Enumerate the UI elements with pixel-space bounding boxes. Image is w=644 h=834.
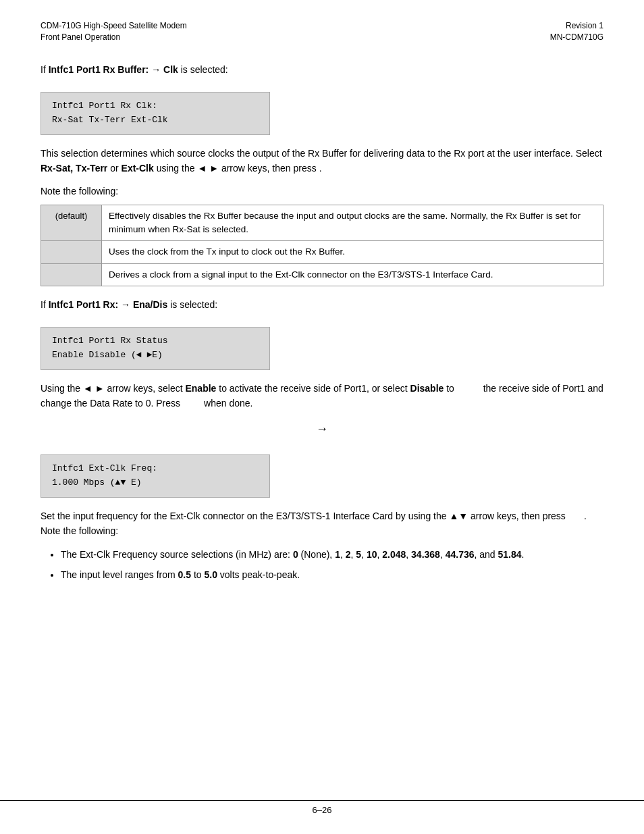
header-title-line2: Front Panel Operation [41, 32, 187, 43]
code-box-3: Intfc1 Ext-Clk Freq: 1.000 Mbps (▲▼ E) [41, 448, 603, 509]
para1-suffix: . [319, 163, 322, 174]
code-line1-s3: Intfc1 Ext-Clk Freq: [52, 462, 259, 476]
code-display-2: Intfc1 Port1 Rx Status Enable Disable (◄… [41, 327, 270, 370]
bullet2-low: 0.5 [178, 569, 191, 580]
table-cell-text-0: Effectively disables the Rx Buffer becau… [102, 205, 603, 241]
header-doc-number: MN-CDM710G [550, 32, 603, 43]
para1-mid2: using the ◄ ► arrow keys, then press [154, 163, 317, 174]
page-number: 6–26 [313, 805, 332, 815]
section1-prefix: If [41, 64, 49, 75]
table-cell-text-2: Derives a clock from a signal input to t… [102, 263, 603, 286]
bullet1-val1: 1 [335, 549, 340, 560]
bullet1-val0: 0 [293, 549, 298, 560]
code-line2-s1: Rx-Sat Tx-Terr Ext-Clk [52, 113, 259, 128]
para3-text: Set the input frequency for the Ext-Clk … [41, 511, 587, 536]
note-label: Note the following: [41, 184, 603, 199]
page-footer: 6–26 [0, 800, 644, 815]
para2-enable: Enable [185, 383, 216, 394]
table-cell-label-1 [41, 241, 102, 263]
table-cell-label-2 [41, 263, 102, 286]
page: CDM-710G High-Speed Satellite Modem Fron… [0, 0, 644, 834]
bullet1-bold5: 51.84 [498, 549, 522, 560]
para3: Set the input frequency for the Ext-Clk … [41, 509, 603, 539]
list-item: The Ext-Clk Frequency source selections … [61, 547, 603, 562]
para1-bold1: Rx-Sat, Tx-Terr [41, 163, 107, 174]
para1-prefix: This selection determines which source c… [41, 148, 602, 159]
table-row: Derives a clock from a signal input to t… [41, 263, 603, 286]
section1-arrow: → [151, 64, 161, 75]
table-cell-text-1: Uses the clock from the Tx input to cloc… [102, 241, 603, 263]
section2-prefix: If [41, 299, 49, 310]
arrow-section: → [41, 419, 603, 439]
para2: Using the ◄ ► arrow keys, select Enable … [41, 381, 603, 411]
para1-bold2: Ext-Clk [122, 163, 154, 174]
bullet1-val4: 10 [367, 549, 377, 560]
code-line1-s1: Intfc1 Port1 Rx Clk: [52, 99, 259, 113]
para1: This selection determines which source c… [41, 146, 603, 176]
section2-heading: If Intfc1 Port1 Rx: → Ena/Dis is selecte… [41, 297, 603, 312]
header-right: Revision 1 MN-CDM710G [550, 20, 603, 43]
header-revision: Revision 1 [550, 20, 603, 32]
bullet1-val2: 2 [346, 549, 351, 560]
code-display-3: Intfc1 Ext-Clk Freq: 1.000 Mbps (▲▼ E) [41, 454, 270, 498]
section1-heading: If Intfc1 Port1 Rx Buffer: → Clk is sele… [41, 62, 603, 77]
header-title-line1: CDM-710G High-Speed Satellite Modem [41, 20, 187, 32]
bullet1-val3: 5 [356, 549, 361, 560]
section1-suffix: is selected: [178, 64, 228, 75]
bullet1-bold3: 34.368 [411, 549, 440, 560]
arrow-right-icon: → [316, 422, 328, 436]
bullet-list: The Ext-Clk Frequency source selections … [61, 547, 603, 583]
code-line2-s3: 1.000 Mbps (▲▼ E) [52, 476, 259, 490]
para2-disable: Disable [410, 383, 444, 394]
para1-mid: or [107, 163, 121, 174]
section1-bold2: Clk [163, 64, 178, 75]
header-left: CDM-710G High-Speed Satellite Modem Fron… [41, 20, 187, 43]
bullet2-high: 5.0 [204, 569, 217, 580]
main-content: If Intfc1 Port1 Rx Buffer: → Clk is sele… [41, 62, 603, 583]
section2-arrow: → [121, 299, 130, 310]
table-cell-label-0: (default) [41, 205, 102, 241]
section2-bold2: Ena/Dis [133, 299, 167, 310]
table-row: Uses the clock from the Tx input to cloc… [41, 241, 603, 263]
section2-suffix: is selected: [167, 299, 217, 310]
code-line1-s2: Intfc1 Port1 Rx Status [52, 334, 259, 348]
table-row: (default) Effectively disables the Rx Bu… [41, 205, 603, 241]
bullet1-bold2: 2.048 [382, 549, 406, 560]
code-display-1: Intfc1 Port1 Rx Clk: Rx-Sat Tx-Terr Ext-… [41, 92, 270, 135]
bullet1-bold4: 44.736 [446, 549, 475, 560]
page-header: CDM-710G High-Speed Satellite Modem Fron… [41, 20, 603, 43]
section2-bold1: Intfc1 Port1 Rx: [49, 299, 118, 310]
note-table: (default) Effectively disables the Rx Bu… [41, 205, 603, 286]
code-line2-s2: Enable Disable (◄ ►E) [52, 348, 259, 363]
code-box-1: Intfc1 Port1 Rx Clk: Rx-Sat Tx-Terr Ext-… [41, 85, 603, 146]
list-item: The input level ranges from 0.5 to 5.0 v… [61, 567, 603, 582]
code-box-2: Intfc1 Port1 Rx Status Enable Disable (◄… [41, 320, 603, 381]
section1-bold1: Intfc1 Port1 Rx Buffer: [49, 64, 149, 75]
